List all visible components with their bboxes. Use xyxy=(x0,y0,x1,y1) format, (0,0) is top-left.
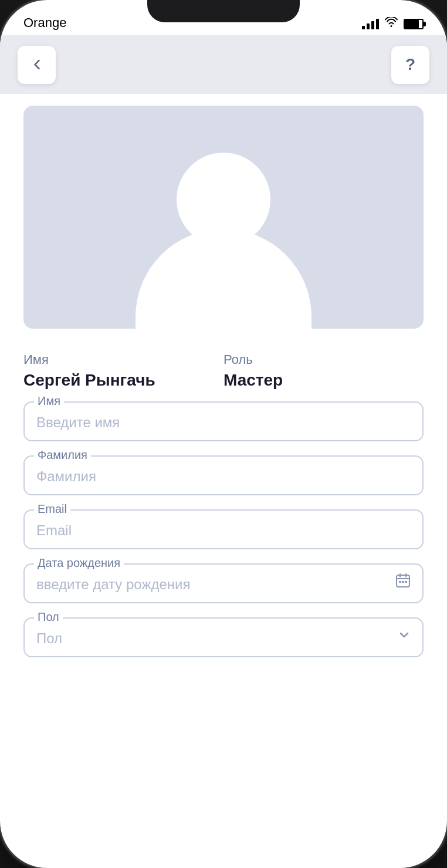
user-role-section: Роль Мастер xyxy=(223,352,424,390)
gender-input[interactable] xyxy=(36,626,398,647)
name-field-wrapper: Имя xyxy=(23,401,424,441)
name-label: Имя xyxy=(23,352,223,367)
user-name-section: Имя Сергей Рынгачь xyxy=(23,352,223,390)
gender-field-wrapper: Пол xyxy=(23,617,424,657)
surname-field: Фамилия xyxy=(23,455,424,495)
carrier-label: Orange xyxy=(23,15,66,31)
wifi-icon xyxy=(385,17,398,31)
status-icons xyxy=(362,17,424,31)
gender-field-inner xyxy=(36,626,411,647)
birthdate-field: Дата рождения xyxy=(23,563,424,603)
signal-icon xyxy=(362,19,379,29)
name-input[interactable] xyxy=(36,410,411,431)
battery-icon xyxy=(404,19,424,29)
avatar-body xyxy=(136,229,311,329)
name-field: Имя xyxy=(23,401,424,441)
birthdate-field-wrapper: Дата рождения xyxy=(23,563,424,603)
role-value: Мастер xyxy=(223,371,424,390)
svg-rect-6 xyxy=(405,581,407,583)
help-label: ? xyxy=(405,55,415,74)
phone-frame: Orange xyxy=(0,0,447,868)
role-label: Роль xyxy=(223,352,424,367)
svg-rect-4 xyxy=(399,581,401,583)
birthdate-input[interactable] xyxy=(36,572,395,593)
surname-field-label: Фамилия xyxy=(34,448,91,462)
avatar-section xyxy=(0,94,447,340)
date-field-inner xyxy=(36,572,411,593)
email-input[interactable] xyxy=(36,518,411,539)
calendar-icon xyxy=(395,573,411,592)
gender-field-label: Пол xyxy=(34,610,63,624)
dropdown-icon[interactable] xyxy=(398,629,411,644)
avatar-placeholder xyxy=(23,106,424,329)
form-section: Имя Фамилия Email xyxy=(0,396,447,695)
gender-field: Пол xyxy=(23,617,424,657)
email-field-label: Email xyxy=(34,502,70,516)
surname-field-wrapper: Фамилия xyxy=(23,455,424,495)
user-info: Имя Сергей Рынгачь Роль Мастер xyxy=(0,340,447,396)
nav-bar: ? xyxy=(0,35,447,94)
surname-input[interactable] xyxy=(36,464,411,485)
name-field-label: Имя xyxy=(34,394,64,408)
email-field-wrapper: Email xyxy=(23,509,424,549)
screen: ? Имя Сергей Рынгачь Роль Мастер xyxy=(0,35,447,868)
birthdate-field-label: Дата рождения xyxy=(34,556,124,570)
name-value: Сергей Рынгачь xyxy=(23,371,223,390)
back-button[interactable] xyxy=(18,46,56,84)
email-field: Email xyxy=(23,509,424,549)
back-arrow-icon xyxy=(30,58,44,72)
svg-rect-5 xyxy=(402,581,404,583)
notch xyxy=(147,0,300,22)
avatar-container[interactable] xyxy=(23,106,424,329)
help-button[interactable]: ? xyxy=(391,46,429,84)
